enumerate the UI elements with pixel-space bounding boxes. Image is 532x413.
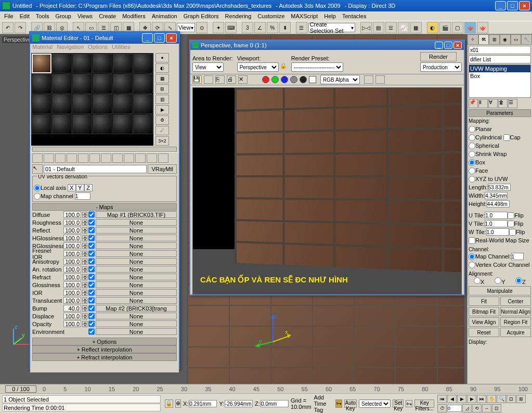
menu-tentacles[interactable]: Tentacles	[339, 12, 369, 20]
spin-down[interactable]: ▾	[82, 238, 87, 241]
align-x-radio[interactable]	[474, 277, 481, 284]
render-viewport[interactable]: CÁC BẠN ỐP VÀ REN SẼ ĐC NHƯ HÌNH	[192, 87, 462, 294]
z-input[interactable]	[261, 400, 289, 407]
map-enable-checkbox[interactable]	[88, 289, 95, 296]
copy-image-button[interactable]	[204, 75, 213, 84]
key-big-icon[interactable]: 🗝	[406, 400, 412, 407]
material-name-input[interactable]	[44, 165, 147, 173]
sample-slot[interactable]	[113, 74, 133, 94]
sample-slot[interactable]	[32, 94, 51, 114]
menu-help[interactable]: Help	[321, 12, 339, 20]
map-enable-checkbox[interactable]	[88, 227, 95, 234]
map-face-radio[interactable]	[469, 167, 475, 174]
uv-x-button[interactable]: X	[68, 184, 76, 191]
sample-slot[interactable]	[52, 74, 72, 94]
fit-button[interactable]: Fit	[469, 296, 499, 306]
layers-button[interactable]: ☱	[385, 22, 397, 33]
reset-map-button[interactable]	[67, 153, 77, 163]
make-unique-button[interactable]	[89, 153, 100, 163]
map-slot-button[interactable]: None	[96, 250, 177, 257]
mat-menu-material[interactable]: Material	[32, 44, 53, 52]
video-check-button[interactable]: ▥	[155, 95, 169, 104]
menu-rendering[interactable]: Rendering	[222, 12, 255, 20]
spin-down[interactable]: ▾	[82, 269, 87, 273]
autokey-button[interactable]: Auto Key	[344, 399, 357, 408]
map-enable-checkbox[interactable]	[88, 211, 95, 218]
mat-menu-utilities[interactable]: Utilities	[112, 44, 130, 52]
count-button[interactable]: 3×2	[155, 136, 169, 146]
zoom-all-button[interactable]: ⊡	[507, 395, 516, 403]
undo-button[interactable]: ↶	[2, 22, 14, 33]
sample-slot[interactable]	[72, 114, 92, 134]
manipulate-button[interactable]: ✦	[213, 22, 224, 33]
length-input[interactable]	[488, 184, 511, 191]
spin-down[interactable]: ▾	[82, 246, 87, 249]
map-xyz-radio[interactable]	[469, 176, 475, 183]
map-enable-checkbox[interactable]	[88, 281, 95, 288]
x-input[interactable]	[189, 400, 217, 407]
mat-minimize-button[interactable]: _	[142, 33, 153, 43]
normalalign-button[interactable]: Normal Align	[500, 307, 531, 316]
map-slot-button[interactable]: None	[96, 281, 177, 288]
transform-typein-button[interactable]: ⊕	[175, 399, 181, 408]
pin-stack-button[interactable]: 📌	[469, 99, 478, 108]
sample-slot[interactable]	[93, 74, 112, 94]
map-amount[interactable]: 100.0	[63, 242, 81, 249]
menu-modifiers[interactable]: Modifiers	[119, 12, 149, 20]
sample-slot[interactable]	[133, 94, 153, 114]
show-end-button[interactable]	[135, 153, 146, 163]
map-enable-checkbox[interactable]	[88, 328, 95, 335]
map-slot-button[interactable]: Map #1 (BRICK03.TIF)	[96, 211, 177, 218]
map-amount[interactable]: 100.0	[63, 219, 81, 226]
pan-button[interactable]: ✋	[487, 395, 496, 403]
print-button[interactable]: 🖨	[227, 75, 236, 84]
map-amount[interactable]: 100.0	[63, 274, 81, 280]
wtile-input[interactable]	[486, 228, 509, 236]
sample-hscroll[interactable]	[32, 147, 177, 152]
mirror-button[interactable]: ▷◁	[360, 22, 372, 33]
map-enable-checkbox[interactable]	[88, 258, 95, 265]
configure-button[interactable]: ☰	[508, 99, 517, 108]
map-slot-button[interactable]: None	[96, 328, 177, 335]
keyboard-button[interactable]: ⌨	[225, 22, 237, 33]
close-button[interactable]: ×	[519, 1, 530, 10]
map-slot-button[interactable]: None	[96, 297, 177, 304]
viewalign-button[interactable]: View Align	[469, 317, 499, 327]
bitmapfit-button[interactable]: Bitmap Fit	[469, 307, 499, 316]
render-last-button[interactable]: 🫖	[477, 22, 488, 33]
align-y-radio[interactable]	[495, 277, 501, 284]
setkey-button[interactable]: Set Key	[393, 399, 404, 408]
select-by-mat-button[interactable]: ☄	[155, 126, 169, 135]
map-enable-checkbox[interactable]	[88, 297, 95, 304]
uv-z-button[interactable]: Z	[84, 184, 93, 191]
map-sph-radio[interactable]	[469, 143, 475, 149]
map-shrink-radio[interactable]	[469, 151, 475, 158]
make-copy-button[interactable]	[78, 153, 88, 163]
object-name-input[interactable]	[469, 46, 531, 54]
stack-box[interactable]: Box	[469, 72, 530, 80]
map-slot-button[interactable]: None	[96, 320, 177, 327]
uv-mapch-radio[interactable]	[34, 193, 41, 200]
material-editor-button[interactable]: ◐	[427, 22, 438, 33]
cap-checkbox[interactable]	[503, 134, 510, 141]
tab-hierarchy[interactable]: ⊞	[489, 34, 500, 45]
maps-rollout-header[interactable]: - Maps	[32, 203, 177, 211]
map-amount[interactable]: 100.0	[63, 281, 81, 288]
map-amount[interactable]: 100.0	[63, 289, 81, 296]
menu-edit[interactable]: Edit	[17, 12, 33, 20]
height-input[interactable]	[487, 200, 510, 208]
map-slot-button[interactable]: None	[96, 274, 177, 280]
fov-button[interactable]: ◿	[462, 404, 472, 412]
uv-local-radio[interactable]	[34, 185, 41, 191]
wflip-checkbox[interactable]	[509, 229, 516, 236]
pick-button[interactable]: ↖	[32, 164, 43, 174]
current-frame-input[interactable]	[447, 405, 462, 412]
vtile-input[interactable]	[485, 220, 508, 227]
stack-uvw[interactable]: UVW Mapping	[469, 65, 530, 72]
sample-type-button[interactable]: ●	[155, 53, 169, 62]
map-slot-button[interactable]: Map #2 (BRICK03[trang den].tif)	[96, 305, 177, 312]
map-amount[interactable]: 100.0	[63, 211, 81, 218]
next-frame-button[interactable]: ▶	[467, 395, 476, 403]
refract-interp-rollout[interactable]: + Refract interpolation	[32, 353, 177, 361]
save-image-button[interactable]: 💾	[192, 75, 202, 84]
